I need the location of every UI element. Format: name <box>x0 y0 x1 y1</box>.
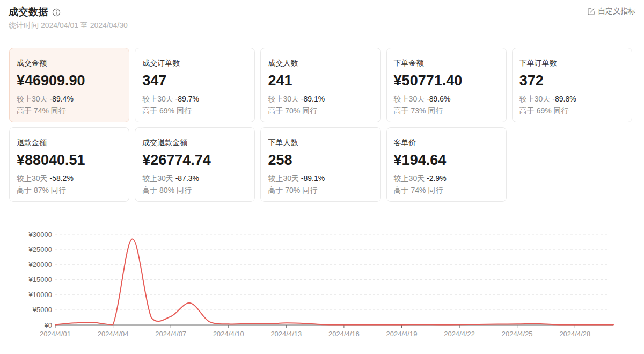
stat-period: 统计时间 2024/04/01 至 2024/04/30 <box>9 21 635 32</box>
metric-value: ¥46909.90 <box>17 71 122 90</box>
customize-metrics-label: 自定义指标 <box>598 6 635 16</box>
metric-compare: 较上30天 -89.1% <box>268 172 373 184</box>
metric-label: 下单人数 <box>268 138 373 148</box>
metric-peer-rank: 高于 70% 同行 <box>268 184 373 196</box>
svg-text:2024/4/28: 2024/4/28 <box>559 330 590 338</box>
metric-label: 退款金额 <box>17 138 122 148</box>
metric-compare: 较上30天 -58.2% <box>17 172 122 184</box>
metric-card-deal-amount[interactable]: 成交金额 ¥46909.90 较上30天 -89.4% 高于 74% 同行 <box>9 48 129 122</box>
trend-chart-section: ¥0¥5000¥10000¥15000¥20000¥25000¥30000 20… <box>0 220 644 354</box>
metric-card-order-users[interactable]: 下单人数 258 较上30天 -89.1% 高于 70% 同行 <box>260 127 380 202</box>
metric-label: 下单金额 <box>394 58 499 68</box>
metric-compare: 较上30天 -87.3% <box>142 172 247 184</box>
svg-text:¥25000: ¥25000 <box>28 245 52 254</box>
svg-text:2024/4/01: 2024/4/01 <box>40 330 71 338</box>
info-icon[interactable] <box>52 8 61 17</box>
metric-label: 成交订单数 <box>142 58 247 68</box>
metric-compare: 较上30天 -89.6% <box>394 93 499 105</box>
trend-chart-svg[interactable]: ¥0¥5000¥10000¥15000¥20000¥25000¥30000 20… <box>0 220 644 354</box>
metric-card-deal-refund-amount[interactable]: 成交退款金额 ¥26774.74 较上30天 -87.3% 高于 80% 同行 <box>135 127 255 202</box>
svg-text:2024/4/13: 2024/4/13 <box>270 330 302 338</box>
edit-icon <box>587 8 595 16</box>
svg-text:¥0: ¥0 <box>44 321 52 329</box>
metric-label: 成交人数 <box>268 58 373 68</box>
x-axis <box>55 325 613 328</box>
y-axis-labels: ¥0¥5000¥10000¥15000¥20000¥25000¥30000 <box>28 230 52 329</box>
metric-peer-rank: 高于 80% 同行 <box>142 184 247 196</box>
metric-peer-rank: 高于 74% 同行 <box>17 105 122 117</box>
x-axis-labels: 2024/4/012024/4/042024/4/072024/4/102024… <box>40 330 590 338</box>
svg-text:¥30000: ¥30000 <box>28 230 52 239</box>
svg-text:2024/4/10: 2024/4/10 <box>213 330 244 338</box>
metric-peer-rank: 高于 74% 同行 <box>394 184 499 196</box>
metric-card-deal-orders[interactable]: 成交订单数 347 较上30天 -89.7% 高于 69% 同行 <box>135 48 255 122</box>
svg-text:¥5000: ¥5000 <box>32 306 52 314</box>
customize-metrics-button[interactable]: 自定义指标 <box>587 5 635 17</box>
metric-card-deal-users[interactable]: 成交人数 241 较上30天 -89.1% 高于 70% 同行 <box>260 48 380 122</box>
metric-card-refund-amount[interactable]: 退款金额 ¥88040.51 较上30天 -58.2% 高于 87% 同行 <box>9 127 129 202</box>
metric-value: ¥194.64 <box>394 150 499 170</box>
svg-text:¥15000: ¥15000 <box>28 276 52 284</box>
revenue-line <box>55 239 613 324</box>
grid-lines <box>55 234 609 310</box>
metric-card-order-amount[interactable]: 下单金额 ¥50771.40 较上30天 -89.6% 高于 73% 同行 <box>386 48 507 122</box>
metric-cards: 成交金额 ¥46909.90 较上30天 -89.4% 高于 74% 同行 成交… <box>9 48 632 202</box>
metric-peer-rank: 高于 69% 同行 <box>142 105 247 117</box>
svg-text:¥10000: ¥10000 <box>28 291 52 299</box>
metric-label: 成交退款金额 <box>142 138 247 148</box>
svg-text:2024/4/19: 2024/4/19 <box>386 330 418 338</box>
metric-compare: 较上30天 -89.8% <box>519 93 625 105</box>
metric-value: ¥26774.74 <box>142 150 247 170</box>
metric-value: ¥88040.51 <box>17 150 122 170</box>
metric-card-avg-order-value[interactable]: 客单价 ¥194.64 较上30天 -2.9% 高于 74% 同行 <box>386 127 507 202</box>
metric-label: 下单订单数 <box>519 58 625 68</box>
metric-value: 241 <box>268 71 373 90</box>
svg-text:2024/4/22: 2024/4/22 <box>444 330 475 338</box>
metric-value: 347 <box>142 71 247 90</box>
metric-value: 258 <box>268 150 373 170</box>
metric-peer-rank: 高于 73% 同行 <box>394 105 499 117</box>
transaction-dashboard: 成交数据 统计时间 2024/04/01 至 2024/04/30 自定义指标 <box>0 0 644 354</box>
svg-text:2024/4/16: 2024/4/16 <box>328 330 360 338</box>
page-title: 成交数据 <box>9 5 48 18</box>
svg-text:¥20000: ¥20000 <box>28 261 52 269</box>
svg-text:2024/4/25: 2024/4/25 <box>502 330 533 338</box>
metric-card-order-count[interactable]: 下单订单数 372 较上30天 -89.8% 高于 69% 同行 <box>512 48 632 122</box>
metric-compare: 较上30天 -89.4% <box>17 93 122 105</box>
metric-label: 成交金额 <box>17 58 122 68</box>
svg-text:2024/4/04: 2024/4/04 <box>98 330 129 338</box>
metric-compare: 较上30天 -89.1% <box>268 93 373 105</box>
metric-compare: 较上30天 -89.7% <box>142 93 247 105</box>
metric-value: ¥50771.40 <box>394 71 499 90</box>
metric-compare: 较上30天 -2.9% <box>394 172 499 184</box>
metric-peer-rank: 高于 87% 同行 <box>17 184 122 196</box>
metric-peer-rank: 高于 70% 同行 <box>268 105 373 117</box>
metric-label: 客单价 <box>394 138 499 148</box>
svg-text:2024/4/07: 2024/4/07 <box>155 330 186 338</box>
metric-value: 372 <box>519 71 625 90</box>
metric-peer-rank: 高于 69% 同行 <box>519 105 625 117</box>
header: 成交数据 统计时间 2024/04/01 至 2024/04/30 自定义指标 <box>0 5 644 32</box>
